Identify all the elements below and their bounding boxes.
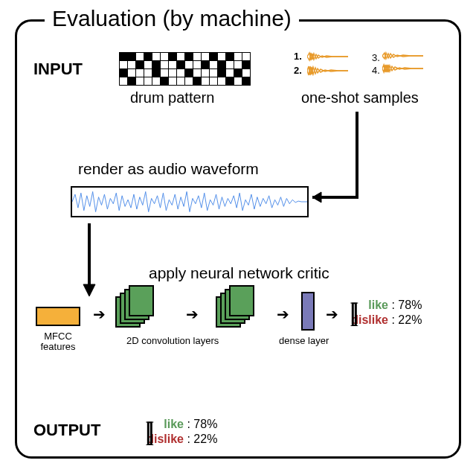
drum-cell	[226, 61, 234, 68]
drum-cell	[169, 53, 176, 60]
drum-cell	[193, 53, 201, 60]
drum-cell	[136, 61, 144, 68]
drum-cell	[218, 77, 225, 85]
drum-cell	[169, 77, 176, 85]
svg-marker-0	[312, 192, 321, 202]
sample-2-waveform-icon	[307, 66, 348, 76]
drum-cell	[161, 53, 168, 60]
like-percentage: : 78%	[187, 418, 217, 430]
drum-cell	[177, 77, 184, 85]
drum-cell	[242, 61, 250, 68]
drum-cell	[120, 61, 127, 68]
sample-3-number: 3.	[372, 52, 380, 63]
drum-pattern-grid	[119, 52, 251, 86]
drum-pattern-caption: drum pattern	[130, 89, 214, 106]
drum-cell	[136, 77, 144, 85]
drum-cell	[120, 53, 127, 60]
drum-cell	[152, 53, 160, 60]
drum-cell	[185, 69, 193, 77]
drum-cell	[128, 69, 135, 77]
drum-cell	[202, 53, 209, 60]
like-percentage: : 78%	[391, 299, 422, 311]
arrow-mfcc-to-conv1-icon: ➔	[93, 305, 106, 323]
drum-cell	[152, 77, 160, 85]
arrow-inputs-to-waveform-icon	[305, 112, 372, 208]
drum-cell	[177, 53, 184, 60]
drum-cell	[234, 61, 242, 68]
drum-cell	[169, 69, 176, 77]
drum-cell	[242, 69, 250, 77]
drum-cell	[218, 69, 225, 77]
sample-3-waveform-icon	[382, 51, 423, 61]
dislike-percentage: : 22%	[187, 433, 217, 445]
sample-1-waveform-icon	[307, 51, 348, 62]
drum-cell	[202, 69, 209, 77]
one-shot-caption: one-shot samples	[301, 89, 419, 106]
drum-cell	[210, 77, 217, 85]
sample-2-number: 2.	[294, 65, 304, 76]
one-shot-samples-col1: 1. 2.	[294, 51, 348, 79]
drum-cell	[242, 53, 250, 60]
conv-label: 2D convolution layers	[126, 335, 219, 346]
drum-cell	[210, 69, 217, 77]
arrow-waveform-to-nn-icon	[78, 223, 100, 298]
drum-cell	[185, 77, 193, 85]
drum-cell	[128, 77, 135, 85]
drum-cell	[128, 61, 135, 68]
drum-cell	[234, 53, 242, 60]
dislike-percentage: : 22%	[391, 313, 422, 326]
sample-1-number: 1.	[294, 51, 304, 62]
audio-waveform-box	[71, 186, 309, 217]
render-caption: render as audio waveform	[78, 160, 259, 178]
sample-4-number: 4.	[372, 65, 380, 76]
output-label: OUTPUT	[33, 421, 100, 440]
drum-cell	[161, 61, 168, 68]
drum-cell	[161, 77, 168, 85]
drum-cell	[136, 53, 144, 60]
arrow-conv1-to-conv2-icon: ➔	[186, 305, 199, 323]
drum-cell	[169, 61, 176, 68]
drum-cell	[185, 53, 193, 60]
audio-waveform-icon	[72, 188, 307, 216]
drum-cell	[226, 53, 234, 60]
dense-layer-box	[301, 292, 315, 331]
drum-cell	[120, 69, 127, 77]
bracket-right-icon: ]	[350, 304, 359, 322]
drum-cell	[210, 61, 217, 68]
arrow-dense-to-result-icon: ➔	[326, 305, 338, 323]
input-label: INPUT	[33, 60, 83, 79]
drum-cell	[218, 53, 225, 60]
drum-cell	[234, 69, 242, 77]
drum-cell	[226, 77, 234, 85]
bracket-right-icon: ]	[145, 424, 155, 441]
drum-cell	[242, 77, 250, 85]
svg-marker-2	[83, 284, 95, 296]
drum-cell	[218, 61, 225, 68]
drum-cell	[226, 69, 234, 77]
frame-title: Evaluation (by machine)	[45, 6, 299, 31]
drum-cell	[144, 53, 152, 60]
apply-nn-caption: apply neural network critic	[149, 264, 329, 282]
drum-cell	[161, 69, 168, 77]
drum-cell	[234, 77, 242, 85]
nn-output-result: [ like : 78% dislike : 22% ]	[350, 298, 422, 328]
drum-cell	[193, 61, 201, 68]
drum-cell	[177, 61, 184, 68]
mfcc-label: MFCC features	[37, 331, 79, 353]
drum-cell	[202, 61, 209, 68]
sample-4-waveform-icon	[382, 63, 423, 74]
drum-cell	[185, 61, 193, 68]
drum-cell	[152, 69, 160, 77]
one-shot-samples-col2: 3. 4.	[372, 51, 423, 76]
drum-cell	[144, 69, 152, 77]
drum-cell	[210, 53, 217, 60]
mfcc-features-box	[36, 307, 80, 326]
drum-cell	[193, 69, 201, 77]
drum-cell	[152, 61, 160, 68]
drum-cell	[202, 77, 209, 85]
arrow-conv2-to-dense-icon: ➔	[277, 305, 289, 323]
drum-cell	[193, 77, 201, 85]
drum-cell	[128, 53, 135, 60]
drum-cell	[136, 69, 144, 77]
drum-cell	[144, 61, 152, 68]
